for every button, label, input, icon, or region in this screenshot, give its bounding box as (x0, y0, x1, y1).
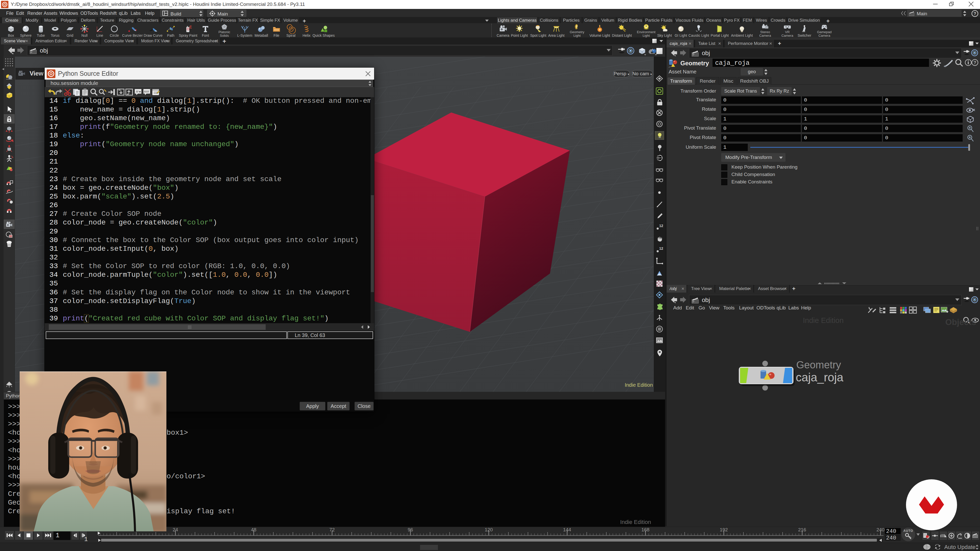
svg-text:?: ? (974, 60, 976, 65)
svg-text:?: ? (974, 11, 976, 16)
svg-text:12: 12 (659, 246, 663, 251)
svg-text:12: 12 (659, 224, 663, 228)
